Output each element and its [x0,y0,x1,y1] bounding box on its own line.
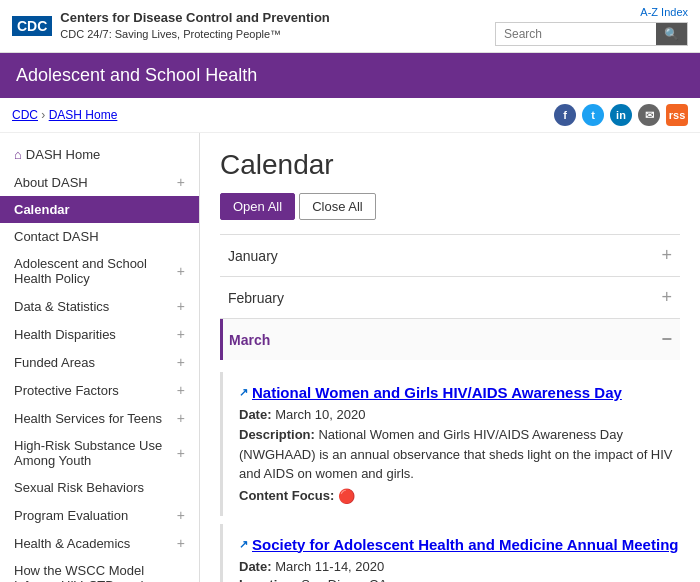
event-1-content-focus: Content Focus: 🔴 [239,488,680,504]
event-2-location: Location: San Diego, CA [239,577,680,583]
social-icons: f t in ✉ rss [554,104,688,126]
plus-icon-data-stats: + [177,298,185,314]
accordion-january-header[interactable]: January + [220,235,680,276]
cdc-logo-abbr: CDC [12,16,52,36]
email-icon[interactable]: ✉ [638,104,660,126]
events-container: ↗ National Women and Girls HIV/AIDS Awar… [220,360,680,582]
accordion-march-label: March [229,332,270,348]
sidebar-item-protective-factors[interactable]: Protective Factors + [0,376,199,404]
sidebar-label-protective-factors: Protective Factors [14,383,177,398]
sidebar-item-program-eval[interactable]: Program Evaluation + [0,501,199,529]
sidebar-item-data-stats[interactable]: Data & Statistics + [0,292,199,320]
accordion-january-toggle: + [661,245,672,266]
banner: Adolescent and School Health [0,53,700,98]
accordion-february-toggle: + [661,287,672,308]
plus-icon-health-services-teens: + [177,410,185,426]
sidebar-label-contact-dash: Contact DASH [14,229,185,244]
linkedin-icon[interactable]: in [610,104,632,126]
accordion-february-header[interactable]: February + [220,277,680,318]
sidebar-label-data-stats: Data & Statistics [14,299,177,314]
rss-icon[interactable]: rss [666,104,688,126]
event-1-desc-label: Description: [239,427,315,442]
sidebar-item-health-academics[interactable]: Health & Academics + [0,529,199,557]
top-right: A-Z Index 🔍 [495,6,688,46]
sidebar-label-health-disparities: Health Disparities [14,327,177,342]
sidebar-item-calendar[interactable]: Calendar [0,196,199,223]
event-1-focus-icon-1: 🔴 [338,488,355,504]
event-1: ↗ National Women and Girls HIV/AIDS Awar… [220,372,680,516]
event-2-location-label: Location: [239,577,298,583]
sidebar-item-sexual-risk[interactable]: Sexual Risk Behaviors [0,474,199,501]
sidebar-label-calendar: Calendar [14,202,185,217]
az-index-link[interactable]: A-Z Index [495,6,688,18]
event-1-desc: Description: National Women and Girls HI… [239,425,680,484]
event-1-date-label: Date: [239,407,272,422]
sidebar-label-dash-home: DASH Home [26,147,185,162]
sidebar-label-funded-areas: Funded Areas [14,355,177,370]
plus-icon-health-disparities: + [177,326,185,342]
breadcrumb-dash-home[interactable]: DASH Home [49,108,118,122]
sidebar-item-health-policy[interactable]: Adolescent and School Health Policy + [0,250,199,292]
btn-group: Open All Close All [220,193,680,220]
sidebar-item-about-dash[interactable]: About DASH + [0,168,199,196]
sidebar-label-sexual-risk: Sexual Risk Behaviors [14,480,185,495]
plus-icon-about: + [177,174,185,190]
cdc-logo: CDC Centers for Disease Control and Prev… [12,10,330,41]
plus-icon-health-academics: + [177,535,185,551]
sidebar-item-dash-home[interactable]: ⌂ DASH Home [0,141,199,168]
event-2-title: ↗ Society for Adolescent Health and Medi… [239,536,680,553]
sidebar-item-contact-dash[interactable]: Contact DASH [0,223,199,250]
home-icon: ⌂ [14,147,22,162]
accordion-march-toggle: − [661,329,672,350]
event-1-title-link[interactable]: National Women and Girls HIV/AIDS Awaren… [252,384,622,401]
accordion-march-header[interactable]: March − [220,319,680,360]
search-bar: 🔍 [495,22,688,46]
external-link-icon-2: ↗ [239,538,248,551]
event-1-date: Date: March 10, 2020 [239,407,680,422]
accordion-january-label: January [228,248,278,264]
event-2-location-value: San Diego, CA [301,577,387,583]
breadcrumb-cdc[interactable]: CDC [12,108,38,122]
sidebar-label-health-policy: Adolescent and School Health Policy [14,256,177,286]
main-content: Calendar Open All Close All January + Fe… [200,133,700,582]
header: CDC Centers for Disease Control and Prev… [0,0,700,133]
plus-icon-funded-areas: + [177,354,185,370]
cdc-logo-tagline: CDC 24/7: Saving Lives, Protecting Peopl… [60,28,281,40]
sidebar-label-program-eval: Program Evaluation [14,508,177,523]
cdc-logo-name: Centers for Disease Control and Preventi… [60,10,329,27]
accordion-january: January + [220,234,680,276]
event-2-date-label: Date: [239,559,272,574]
search-input[interactable] [496,23,656,45]
page-title: Calendar [220,149,680,181]
event-2-date-value: March 11-14, 2020 [275,559,384,574]
breadcrumb-bar: CDC › DASH Home f t in ✉ rss [0,98,700,133]
sidebar-item-wscc-model[interactable]: How the WSCC Model Informs HIV, STD, and… [0,557,199,582]
search-button[interactable]: 🔍 [656,23,687,45]
event-1-focus-label: Content Focus: [239,488,334,503]
plus-icon-health-policy: + [177,263,185,279]
sidebar-item-health-services-teens[interactable]: Health Services for Teens + [0,404,199,432]
plus-icon-program-eval: + [177,507,185,523]
facebook-icon[interactable]: f [554,104,576,126]
sidebar-item-funded-areas[interactable]: Funded Areas + [0,348,199,376]
sidebar-label-health-services-teens: Health Services for Teens [14,411,177,426]
sidebar-label-high-risk-substance: High-Risk Substance Use Among Youth [14,438,177,468]
accordion-february: February + [220,276,680,318]
breadcrumb: CDC › DASH Home [12,108,117,122]
accordion-march: March − ↗ National Women and Girls HIV/A… [220,318,680,582]
external-link-icon-1: ↗ [239,386,248,399]
event-1-title: ↗ National Women and Girls HIV/AIDS Awar… [239,384,680,401]
event-1-date-value: March 10, 2020 [275,407,365,422]
open-all-button[interactable]: Open All [220,193,295,220]
banner-title: Adolescent and School Health [16,65,257,85]
plus-icon-protective-factors: + [177,382,185,398]
event-2: ↗ Society for Adolescent Health and Medi… [220,524,680,583]
sidebar-item-high-risk-substance[interactable]: High-Risk Substance Use Among Youth + [0,432,199,474]
twitter-icon[interactable]: t [582,104,604,126]
sidebar-label-health-academics: Health & Academics [14,536,177,551]
close-all-button[interactable]: Close All [299,193,376,220]
event-2-date: Date: March 11-14, 2020 [239,559,680,574]
sidebar-item-health-disparities[interactable]: Health Disparities + [0,320,199,348]
main-layout: ⌂ DASH Home About DASH + Calendar Contac… [0,133,700,582]
event-2-title-link[interactable]: Society for Adolescent Health and Medici… [252,536,678,553]
